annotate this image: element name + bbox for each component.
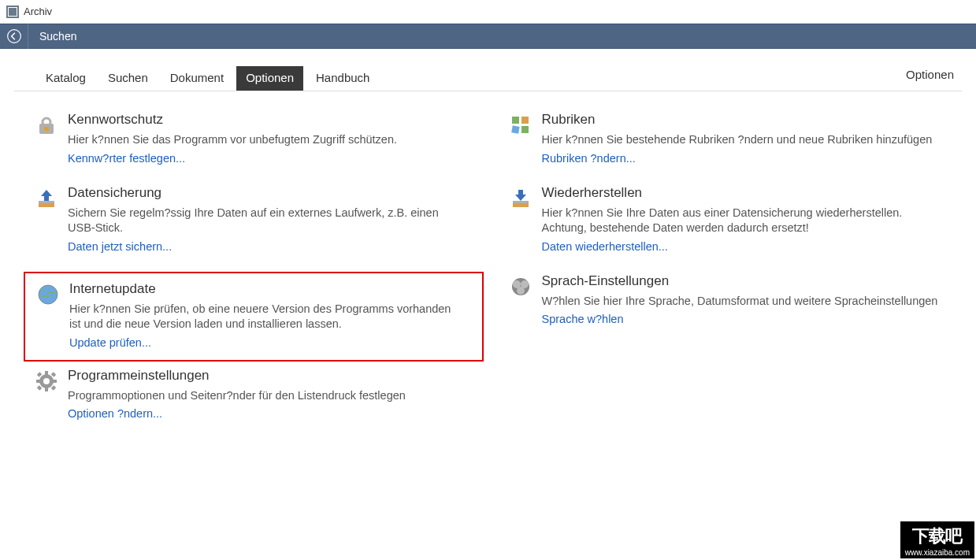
svg-point-0	[7, 30, 20, 43]
option-title: Datensicherung	[68, 185, 465, 201]
tab-optionen[interactable]: Optionen	[236, 66, 303, 91]
option-description: Hier k?nnen Sie bestehende Rubriken ?nde…	[542, 132, 939, 148]
option-body: DatensicherungSichern Sie regelm?ssig Ih…	[68, 185, 488, 253]
option-item: ProgrammeinstellungenProgrammoptionen un…	[14, 368, 488, 441]
option-title: Internetupdate	[69, 281, 458, 297]
option-description: Programmoptionen und Seitenr?nder für de…	[68, 388, 465, 404]
option-title: Wiederherstellen	[542, 185, 939, 201]
option-body: WiederherstellenHier k?nnen Sie Ihre Dat…	[542, 185, 963, 253]
restore-down-icon	[499, 185, 542, 253]
option-link[interactable]: Daten wiederherstellen...	[542, 240, 939, 253]
language-icon	[499, 273, 542, 326]
option-item: RubrikenHier k?nnen Sie bestehende Rubri…	[488, 112, 963, 185]
back-arrow-icon	[6, 28, 22, 44]
option-title: Kennwortschutz	[68, 112, 465, 128]
option-item: WiederherstellenHier k?nnen Sie Ihre Dat…	[488, 185, 963, 273]
options-grid: KennwortschutzHier k?nnen Sie das Progra…	[0, 91, 976, 440]
option-description: Hier k?nnen Sie prüfen, ob eine neuere V…	[69, 302, 458, 332]
option-body: Sprach-EinstellungenW?hlen Sie hier Ihre…	[542, 273, 963, 326]
tab-katalog[interactable]: Katalog	[36, 66, 95, 91]
option-item: Sprach-EinstellungenW?hlen Sie hier Ihre…	[488, 273, 963, 347]
backup-up-icon	[25, 185, 68, 253]
lock-icon	[25, 112, 68, 165]
option-description: Hier k?nnen Sie das Programm vor unbefug…	[68, 132, 465, 148]
option-title: Rubriken	[542, 112, 939, 128]
option-link[interactable]: Update prüfen...	[69, 336, 458, 349]
right-column: RubrikenHier k?nnen Sie bestehende Rubri…	[488, 112, 963, 440]
option-link[interactable]: Sprache w?hlen	[542, 313, 939, 325]
option-link[interactable]: Kennw?rter festlegen...	[68, 152, 465, 165]
option-description: Hier k?nnen Sie Ihre Daten aus einer Dat…	[542, 206, 939, 236]
categories-icon	[499, 112, 542, 165]
toolbar-label[interactable]: Suchen	[28, 30, 87, 43]
option-title: Sprach-Einstellungen	[542, 273, 939, 289]
option-body: InternetupdateHier k?nnen Sie prüfen, ob…	[69, 281, 482, 349]
option-item: InternetupdateHier k?nnen Sie prüfen, ob…	[24, 272, 484, 362]
toolbar: Suchen	[0, 24, 976, 49]
top-right-label[interactable]: Optionen	[906, 68, 954, 81]
option-link[interactable]: Optionen ?ndern...	[68, 407, 465, 420]
option-item: DatensicherungSichern Sie regelm?ssig Ih…	[14, 185, 488, 273]
window-title: Archiv	[24, 6, 52, 17]
option-body: RubrikenHier k?nnen Sie bestehende Rubri…	[542, 112, 963, 165]
tab-dokument[interactable]: Dokument	[161, 66, 233, 91]
app-icon	[6, 6, 19, 18]
option-description: W?hlen Sie hier Ihre Sprache, Datumsform…	[542, 294, 939, 310]
option-title: Programmeinstellungen	[68, 368, 465, 384]
option-link[interactable]: Daten jetzt sichern...	[68, 240, 465, 253]
gear-icon	[25, 368, 68, 421]
tab-bar: KatalogSuchenDokumentOptionenHandbuch Op…	[14, 49, 962, 91]
globe-icon	[27, 281, 69, 349]
tab-handbuch[interactable]: Handbuch	[306, 66, 379, 91]
titlebar: Archiv	[0, 0, 976, 24]
option-body: KennwortschutzHier k?nnen Sie das Progra…	[68, 112, 488, 165]
option-item: KennwortschutzHier k?nnen Sie das Progra…	[14, 112, 488, 185]
left-column: KennwortschutzHier k?nnen Sie das Progra…	[14, 112, 488, 440]
option-description: Sichern Sie regelm?ssig Ihre Daten auf e…	[68, 206, 465, 236]
back-button[interactable]	[0, 24, 28, 49]
option-body: ProgrammeinstellungenProgrammoptionen un…	[68, 368, 488, 421]
option-link[interactable]: Rubriken ?ndern...	[542, 152, 939, 165]
tab-suchen[interactable]: Suchen	[98, 66, 158, 91]
